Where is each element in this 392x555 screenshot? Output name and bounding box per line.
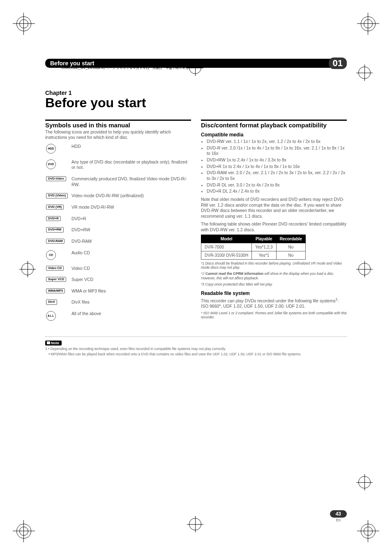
- list-item: DVD-RAM ver. 2.0 / 2x, ver. 2.1 / 2x / 2…: [207, 170, 347, 181]
- symbol-desc: DVD+RW: [71, 225, 190, 235]
- super-vcd-icon: Super VCD: [46, 277, 66, 282]
- list-item: DVD-R ver. 2.0 /1x / 1x to 4x / 1x to 8x…: [207, 145, 347, 157]
- table-cell: Yes*1,2,3: [252, 243, 276, 251]
- cprm-bold: Cannot read the CPRM information: [205, 272, 263, 276]
- symbol-desc: Super VCD: [71, 274, 190, 285]
- symbol-row: Video CDVideo CD: [46, 263, 190, 274]
- symbol-desc: Commercially produced DVD, finalized Vid…: [71, 174, 190, 190]
- register-mark-icon: [358, 67, 371, 79]
- left-column: Symbols used in this manual The followin…: [45, 120, 191, 324]
- content-columns: Symbols used in this manual The followin…: [45, 120, 347, 324]
- symbols-heading: Symbols used in this manual: [45, 121, 191, 129]
- list-item: DVD+R DL 2.4x / 2.4x to 8x: [207, 189, 347, 194]
- page-lang: En: [330, 518, 347, 522]
- crop-mark-icon: [361, 524, 376, 539]
- symbol-row: DVD+RWDVD+RW: [46, 225, 190, 235]
- dvd-icon: DVD: [46, 159, 56, 169]
- symbol-row: CDAudio CD: [46, 248, 190, 263]
- list-item: DVD-R DL ver. 3.0 / 2x to 4x / 2x to 8x: [207, 182, 347, 188]
- symbol-row: Super VCDSuper VCD: [46, 274, 190, 285]
- symbol-row: DVDAny type of DVD disc (recordable or p…: [46, 157, 190, 173]
- symbol-desc: Audio CD: [71, 248, 190, 263]
- iso-footnote: * ISO 9660 Level 1 or 2 compliant. Romeo…: [201, 311, 347, 320]
- table-cell: No: [276, 243, 305, 251]
- symbol-row: WMA/MP3WMA or MP3 files: [46, 286, 190, 297]
- compat-heading: Disc/content format playback compatibili…: [201, 121, 347, 129]
- symbol-desc: VR mode DVD-R/-RW: [71, 202, 190, 213]
- all-icon: ALL: [46, 311, 56, 321]
- note-icon: Note: [45, 341, 62, 345]
- dvd-plus-r-icon: DVD+R: [46, 216, 61, 221]
- symbols-table: HDDHDD DVDAny type of DVD disc (recordab…: [45, 140, 191, 324]
- wma-mp3-icon: WMA/MP3: [46, 288, 65, 293]
- symbol-row: DVD-RAMDVD-RAM: [46, 236, 190, 247]
- crop-mark-icon: [16, 16, 31, 31]
- heading-rule: [201, 120, 347, 121]
- footnote: *2 Cannot read the CPRM information will…: [201, 272, 347, 281]
- symbol-desc: Video mode DVD-R/-RW (unfinalized): [71, 191, 190, 201]
- symbol-desc: Video CD: [71, 263, 190, 274]
- note-section: Note 1 • Depending on the recording tech…: [45, 336, 347, 356]
- table-row: DVR-3100/ DVR-5100H Yes*1 No: [201, 251, 306, 259]
- table-row: DVR-7000 Yes*1,2,3 No: [201, 243, 306, 251]
- table-cell: DVR-3100/ DVR-5100H: [201, 251, 252, 259]
- list-item: DVD+R 1x to 2.4x / 1x to 4x / 1x to 8x /…: [207, 164, 347, 170]
- table-header: Model: [201, 235, 252, 243]
- register-mark-icon: [189, 518, 201, 530]
- crop-mark-icon: [16, 524, 31, 539]
- section-number: 01: [329, 58, 347, 69]
- table-cell: DVR-7000: [201, 243, 252, 251]
- hdd-icon: HDD: [46, 144, 56, 154]
- dvd-ram-icon: DVD-RAM: [46, 239, 65, 244]
- readable-fs-heading: Readable file system: [201, 290, 347, 297]
- register-mark-icon: [189, 62, 201, 74]
- register-mark-icon: [358, 263, 371, 275]
- symbol-desc: DVD-RAM: [71, 236, 190, 247]
- footnote: *3 Copy-once protected disc titles will …: [201, 282, 347, 287]
- dvd-video-icon: DVD-Video: [46, 176, 66, 181]
- table-header: Recordable: [276, 235, 305, 243]
- note-text: 1 • Depending on the recording technique…: [45, 347, 347, 351]
- symbol-row: DVD (VR)VR mode DVD-R/-RW: [46, 202, 190, 213]
- symbol-desc: DivX files: [71, 297, 190, 308]
- dvd-plus-rw-icon: DVD+RW: [46, 227, 64, 232]
- note-text: • MP3/WMA files can be played back when …: [48, 352, 347, 357]
- page-number-value: 43: [330, 510, 347, 518]
- symbol-desc: All of the above: [71, 309, 190, 323]
- table-cell: Yes*1: [252, 251, 276, 259]
- document-page: DVRLX60D_WV_EN.book 43 ページ ２００７年４月２４日 火曜…: [0, 0, 392, 555]
- chapter-title: Before you start: [45, 95, 347, 111]
- list-item: DVD+RW 1x to 2.4x / 1x to 4x / 3.3x to 8…: [207, 157, 347, 163]
- symbol-row: HDDHDD: [46, 141, 190, 156]
- page-number: 43 En: [330, 510, 347, 522]
- table-cell: No: [276, 251, 305, 259]
- paragraph: The following table shows older Pioneer …: [201, 221, 347, 233]
- list-item: DVD-RW ver. 1.1 / 1x / 1x to 2x, ver. 1.…: [207, 139, 347, 145]
- heading-rule: [45, 120, 191, 121]
- table-header: Playable: [252, 235, 276, 243]
- symbol-row: DVD (Video)Video mode DVD-R/-RW (unfinal…: [46, 191, 190, 201]
- symbol-desc: DVD+R: [71, 214, 190, 224]
- rfs-intro: This recorder can play DVDs recorded und…: [201, 298, 335, 303]
- footnote: *1 Discs should be finalized in this rec…: [201, 261, 347, 270]
- register-mark-icon: [21, 263, 34, 275]
- divx-icon: DivX: [46, 299, 57, 304]
- register-mark-icon: [358, 476, 371, 488]
- compatible-media-heading: Compatible media: [201, 132, 347, 138]
- video-cd-icon: Video CD: [46, 266, 64, 271]
- media-list: DVD-RW ver. 1.1 / 1x / 1x to 2x, ver. 1.…: [201, 139, 347, 194]
- cd-icon: CD: [46, 250, 56, 260]
- dvd-video-unf-icon: DVD (Video): [46, 193, 68, 198]
- right-column: Disc/content format playback compatibili…: [201, 120, 347, 324]
- file-header-text: DVRLX60D_WV_EN.book 43 ページ ２００７年４月２４日 火曜…: [62, 66, 189, 70]
- dvd-vr-icon: DVD (VR): [46, 205, 64, 210]
- symbol-row: DVD+RDVD+R: [46, 214, 190, 224]
- symbol-row: DivXDivX files: [46, 297, 190, 308]
- symbol-row: DVD-VideoCommercially produced DVD, fina…: [46, 174, 190, 190]
- paragraph: Note that older models of DVD recorders …: [201, 197, 347, 219]
- symbol-desc: WMA or MP3 files: [71, 286, 190, 297]
- symbol-desc: Any type of DVD disc (recordable or play…: [71, 157, 190, 173]
- symbol-row: ALLAll of the above: [46, 309, 190, 323]
- symbol-desc: HDD: [71, 141, 190, 156]
- crop-mark-icon: [361, 16, 376, 31]
